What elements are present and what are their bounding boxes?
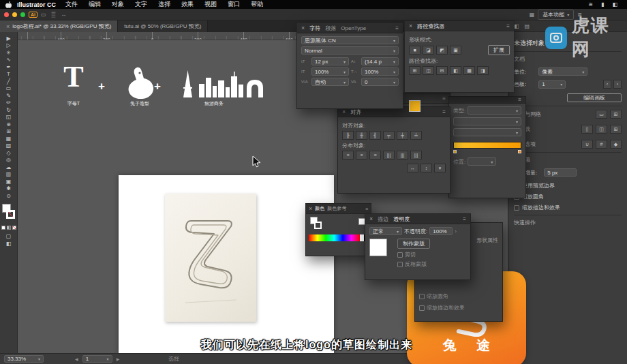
ruler-grid-toggle-button[interactable]: ▭ xyxy=(596,110,607,119)
gradient-type-select[interactable]: ▾ xyxy=(468,106,521,115)
panel-menu-icon[interactable]: ≡ xyxy=(506,23,510,29)
tab-align[interactable]: 对齐 xyxy=(350,108,361,116)
chevron-right-icon[interactable]: › xyxy=(455,228,457,234)
close-icon[interactable]: × xyxy=(6,23,10,30)
tab-stroke[interactable]: 描边 xyxy=(378,215,388,223)
graph-tool[interactable]: ▥ xyxy=(0,171,17,179)
align-button[interactable]: ╫ xyxy=(356,131,367,140)
distribute-button[interactable]: ||| xyxy=(383,151,395,160)
zoom-window-button[interactable] xyxy=(20,12,25,17)
tab-opentype[interactable]: OpenType xyxy=(341,25,366,31)
distribute-button[interactable]: ≡ xyxy=(342,151,354,160)
zoom-select[interactable]: 33.33% ▾ xyxy=(4,355,44,363)
font-family-select[interactable]: 思源黑体 CN ▾ xyxy=(301,36,399,44)
gradient-button[interactable] xyxy=(7,226,11,230)
shape-mode-button[interactable]: ◩ xyxy=(436,46,448,55)
tab-color-guide[interactable]: 颜色参考 xyxy=(327,205,346,212)
menu-item[interactable]: 文件 xyxy=(60,0,83,9)
units-select[interactable]: 像素 ▾ xyxy=(538,67,587,76)
blend-tool[interactable]: ◎ xyxy=(0,157,17,164)
magic-wand-tool[interactable]: ✳ xyxy=(0,49,17,57)
appbar-icon[interactable]: ↔ xyxy=(61,12,66,18)
align-button[interactable]: ╤ xyxy=(383,131,395,140)
perspective-grid-tool[interactable]: ⊞ xyxy=(0,128,17,136)
menu-item[interactable]: 帮助 xyxy=(245,0,269,9)
artboard-navigation-select[interactable]: 1 ▾ xyxy=(82,355,112,363)
close-icon[interactable]: × xyxy=(342,108,346,115)
artboard-nav-button[interactable]: ‹ xyxy=(603,80,611,89)
next-artboard-icon[interactable]: ▶ xyxy=(117,357,120,361)
opacity-select[interactable]: 100% xyxy=(429,227,453,235)
artboard-nav-button[interactable]: › xyxy=(613,80,622,89)
gradient-stop[interactable] xyxy=(453,150,457,153)
pathfinder-button[interactable]: ◫ xyxy=(423,66,434,75)
pathfinder-button[interactable]: ⊟ xyxy=(436,66,448,75)
panel-tab-icon[interactable]: ▤ xyxy=(525,23,530,29)
pathfinder-button[interactable]: ◨ xyxy=(477,66,489,75)
menu-item[interactable]: 选择 xyxy=(153,0,176,9)
expand-button[interactable]: 扩展 xyxy=(488,45,510,55)
paintbrush-tool[interactable]: ✎ xyxy=(0,92,17,100)
tab-pathfinder[interactable]: 路径查找器 xyxy=(417,22,444,30)
mesh-tool[interactable]: ▦ xyxy=(0,135,17,142)
direct-selection-tool[interactable]: ▷ xyxy=(0,42,17,50)
menu-item[interactable]: 效果 xyxy=(176,0,199,9)
eyedropper-tool[interactable]: ◇ xyxy=(0,149,17,157)
clip-checkbox[interactable] xyxy=(397,252,403,258)
zoom-tool[interactable]: ⊙ xyxy=(0,192,17,200)
spacing-button[interactable]: ↔ xyxy=(407,164,418,172)
close-icon[interactable]: × xyxy=(409,22,412,29)
panel-menu-icon[interactable]: ≡ xyxy=(518,97,521,103)
pathfinder-button[interactable]: ⊞ xyxy=(409,66,420,75)
shape-mode-button[interactable]: ▣ xyxy=(450,46,461,55)
drawing-mode-button[interactable]: ▢ xyxy=(0,233,17,241)
menu-item[interactable]: 窗口 xyxy=(222,0,245,9)
tracking-select[interactable]: 0▾ xyxy=(361,78,399,86)
symbol-sprayer-tool[interactable]: ☁ xyxy=(0,164,17,171)
rectangle-tool[interactable]: ▭ xyxy=(0,85,17,93)
color-button[interactable] xyxy=(1,226,5,230)
scale-tool[interactable]: ◱ xyxy=(0,114,17,121)
panel-menu-icon[interactable]: ≡ xyxy=(395,25,399,31)
distribute-button[interactable]: ||| xyxy=(397,151,408,160)
tab-transparency[interactable]: 透明度 xyxy=(393,215,410,223)
close-icon[interactable]: × xyxy=(301,25,305,31)
invert-mask-checkbox[interactable] xyxy=(397,262,403,267)
menu-item[interactable]: 对象 xyxy=(106,0,129,9)
make-mask-button[interactable]: 制作蒙版 xyxy=(397,239,430,249)
scale-strokes-effects-checkbox[interactable] xyxy=(514,205,519,211)
snap-toggle-button[interactable]: ∪ xyxy=(581,140,593,149)
font-style-select[interactable]: Normal ▾ xyxy=(301,46,399,55)
pencil-tool[interactable]: ✏ xyxy=(0,100,17,107)
scale-strokes-checkbox[interactable] xyxy=(419,305,425,311)
concept-letter-t[interactable]: T xyxy=(61,59,86,94)
artboard-select[interactable]: 1 ▾ xyxy=(538,80,566,89)
edit-artboards-button[interactable]: 编辑画板 xyxy=(567,93,622,102)
panel-tab-icon[interactable]: ◧ xyxy=(514,23,519,29)
gradient-slider[interactable] xyxy=(453,142,521,149)
tab-character[interactable]: 字符 xyxy=(309,25,320,32)
app-name[interactable]: Illustrator CC xyxy=(17,1,56,8)
guide-toggle-button[interactable]: ◫ xyxy=(596,125,607,134)
shape-mode-button[interactable]: ◪ xyxy=(423,46,434,55)
system-status-icon[interactable]: ▮ xyxy=(601,1,604,7)
align-button[interactable]: ╪ xyxy=(397,131,408,140)
panel-menu-icon[interactable]: ≡ xyxy=(442,109,446,115)
tab-color[interactable]: 颜色 xyxy=(315,205,324,212)
distribute-button[interactable]: ≡ xyxy=(369,151,381,160)
spacing-button[interactable]: ↕ xyxy=(420,164,432,172)
snap-toggle-button[interactable]: # xyxy=(596,140,607,149)
document-tab[interactable]: tutu.ai @ 50% (RGB/GPU 预览) xyxy=(118,20,208,32)
lasso-tool[interactable]: ∿ xyxy=(0,57,17,64)
system-status-icon[interactable]: ◧ xyxy=(612,1,617,7)
blend-mode-select[interactable]: 正常 ▾ xyxy=(369,227,402,235)
gradient-position-select[interactable]: ▾ xyxy=(468,157,496,166)
menu-item[interactable]: 文字 xyxy=(129,0,153,9)
align-button[interactable]: ╧ xyxy=(410,131,422,140)
artboard-tool[interactable]: ▣ xyxy=(0,178,17,185)
pathfinder-button[interactable]: ◧ xyxy=(450,66,461,75)
gradient-tool[interactable]: ▧ xyxy=(0,142,17,150)
gradient-stroke-select[interactable]: ▾ xyxy=(453,117,521,125)
guide-toggle-button[interactable]: ▯ xyxy=(581,125,593,134)
kerning-select[interactable]: 自动▾ xyxy=(311,78,349,86)
